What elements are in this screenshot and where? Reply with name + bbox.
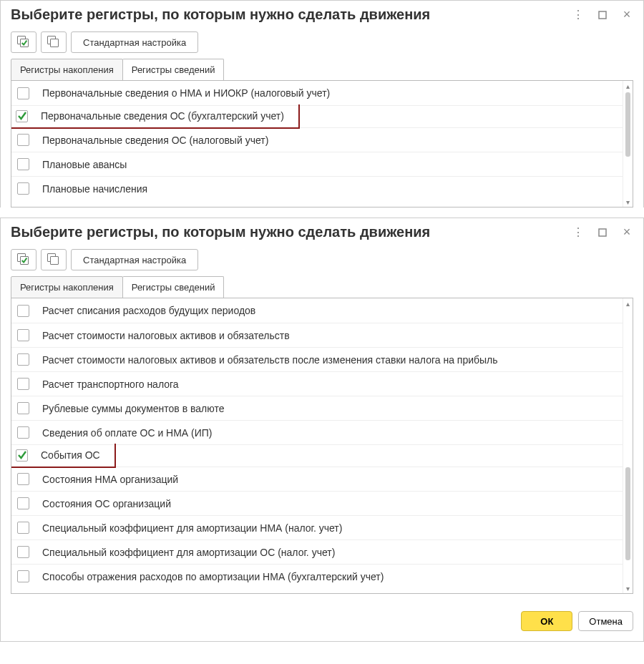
- row-label: Первоначальные сведения о НМА и НИОКР (н…: [42, 87, 330, 99]
- checkbox[interactable]: [17, 87, 29, 99]
- row-label: Состояния НМА организаций: [42, 474, 178, 485]
- window-header: Выберите регистры, по которым нужно сдел…: [1, 1, 643, 26]
- check-all-icon: [17, 253, 30, 266]
- tab-accum[interactable]: Регистры накопления: [11, 59, 123, 81]
- checkbox[interactable]: [17, 570, 29, 582]
- scrollbar[interactable]: ▴ ▾: [623, 81, 633, 207]
- row-label: Первоначальные сведения ОС (налоговый уч…: [42, 135, 268, 146]
- row-label: Расчет стоимости налоговых активов и обя…: [42, 330, 290, 341]
- dialog-select-registers-top: Выберите регистры, по которым нужно сдел…: [0, 0, 644, 208]
- check-all-icon: [17, 36, 30, 49]
- ok-button[interactable]: ОК: [521, 611, 572, 631]
- row-label: Расчет стоимости налоговых активов и обя…: [42, 354, 498, 366]
- checkbox[interactable]: [16, 110, 28, 122]
- tabbar: Регистры накопления Регистры сведений: [1, 276, 643, 298]
- scroll-thumb[interactable]: [625, 92, 630, 157]
- maximize-icon[interactable]: [596, 226, 609, 239]
- checkbox[interactable]: [17, 426, 29, 439]
- list-row[interactable]: Расчет транспортного налога: [11, 371, 623, 396]
- list-row[interactable]: Расчет стоимости налоговых активов и обя…: [11, 323, 623, 347]
- check-all-button[interactable]: [11, 31, 36, 53]
- register-list: Расчет списания расходов будущих периодо…: [11, 298, 633, 594]
- checkbox[interactable]: [17, 522, 29, 534]
- row-label: Состояния ОС организаций: [42, 498, 171, 509]
- list-row[interactable]: Расчет списания расходов будущих периодо…: [11, 298, 623, 323]
- tab-accum[interactable]: Регистры накопления: [11, 276, 123, 298]
- list-row[interactable]: Первоначальные сведения ОС (бухгалтерски…: [11, 104, 300, 129]
- list-row[interactable]: Плановые начисления: [11, 176, 623, 200]
- list-row[interactable]: Способы отражения расходов по амортизаци…: [11, 564, 623, 588]
- list-row[interactable]: Рублевые суммы документов в валюте: [11, 396, 623, 420]
- more-icon[interactable]: ⋮: [572, 226, 585, 239]
- checkbox[interactable]: [17, 473, 29, 485]
- dialog-footer: ОК Отмена: [1, 604, 643, 641]
- row-label: Специальный коэффициент для амортизации …: [42, 522, 342, 534]
- cancel-button[interactable]: Отмена: [578, 611, 633, 631]
- scrollbar[interactable]: ▴ ▾: [623, 298, 633, 593]
- list-row[interactable]: События ОС: [11, 444, 116, 468]
- checkbox[interactable]: [17, 353, 29, 366]
- window-title: Выберите регистры, по которым нужно сдел…: [11, 6, 572, 23]
- row-label: Плановые начисления: [42, 183, 147, 195]
- checkbox[interactable]: [17, 134, 29, 146]
- checkbox[interactable]: [17, 546, 29, 558]
- tabbar: Регистры накопления Регистры сведений: [1, 59, 643, 81]
- scroll-up-icon[interactable]: ▴: [623, 298, 633, 308]
- window-title: Выберите регистры, по которым нужно сдел…: [11, 224, 572, 240]
- standard-settings-button[interactable]: Стандартная настройка: [71, 249, 198, 270]
- checkbox[interactable]: [17, 497, 29, 509]
- scroll-thumb[interactable]: [625, 467, 630, 560]
- checkbox[interactable]: [17, 305, 29, 317]
- maximize-icon[interactable]: [596, 9, 609, 21]
- scroll-track[interactable]: [625, 92, 630, 195]
- list-row[interactable]: Первоначальные сведения о НМА и НИОКР (н…: [11, 81, 623, 105]
- check-all-button[interactable]: [11, 249, 36, 270]
- svg-rect-1: [599, 229, 606, 236]
- row-label: Первоначальные сведения ОС (бухгалтерски…: [41, 110, 284, 122]
- standard-settings-button[interactable]: Стандартная настройка: [71, 31, 198, 53]
- uncheck-all-icon: [47, 253, 60, 266]
- checkbox[interactable]: [17, 329, 29, 341]
- list-row[interactable]: Первоначальные сведения ОС (налоговый уч…: [11, 127, 623, 152]
- row-label: Способы отражения расходов по амортизаци…: [42, 571, 384, 582]
- window-controls: ⋮ ×: [572, 226, 633, 239]
- row-label: Расчет транспортного налога: [42, 379, 179, 390]
- row-label: Сведения об оплате ОС и НМА (ИП): [42, 427, 213, 439]
- scroll-track[interactable]: [625, 310, 630, 582]
- checkbox[interactable]: [17, 378, 29, 390]
- row-label: Специальный коэффициент для амортизации …: [42, 547, 335, 558]
- scroll-down-icon[interactable]: ▾: [623, 197, 633, 207]
- row-label: Рублевые суммы документов в валюте: [42, 403, 224, 414]
- more-icon[interactable]: ⋮: [572, 9, 585, 21]
- list-row[interactable]: Состояния НМА организаций: [11, 467, 623, 491]
- list-row[interactable]: Плановые авансы: [11, 152, 623, 176]
- close-icon[interactable]: ×: [620, 9, 633, 21]
- list-row[interactable]: Состояния ОС организаций: [11, 491, 623, 515]
- list-row[interactable]: Расчет стоимости налоговых активов и обя…: [11, 347, 623, 371]
- toolbar: Стандартная настройка: [1, 243, 643, 276]
- row-label: События ОС: [41, 449, 100, 461]
- svg-rect-0: [599, 11, 606, 19]
- window-controls: ⋮ ×: [572, 9, 633, 21]
- uncheck-all-button[interactable]: [41, 249, 67, 270]
- window-header: Выберите регистры, по которым нужно сдел…: [1, 218, 643, 243]
- tab-info[interactable]: Регистры сведений: [122, 276, 225, 298]
- checkbox[interactable]: [17, 158, 29, 170]
- row-label: Плановые авансы: [42, 159, 127, 170]
- checkbox[interactable]: [17, 182, 29, 195]
- list-row[interactable]: Специальный коэффициент для амортизации …: [11, 540, 623, 564]
- checkbox[interactable]: [17, 402, 29, 414]
- list-row[interactable]: Специальный коэффициент для амортизации …: [11, 515, 623, 540]
- standard-settings-label: Стандартная настройка: [83, 255, 186, 265]
- tab-info[interactable]: Регистры сведений: [122, 59, 225, 81]
- uncheck-all-icon: [47, 36, 60, 49]
- checkbox[interactable]: [16, 449, 28, 462]
- row-label: Расчет списания расходов будущих периодо…: [42, 305, 255, 316]
- list-row[interactable]: Сведения об оплате ОС и НМА (ИП): [11, 420, 623, 444]
- scroll-down-icon[interactable]: ▾: [623, 583, 633, 593]
- close-icon[interactable]: ×: [620, 226, 633, 239]
- uncheck-all-button[interactable]: [41, 31, 67, 53]
- dialog-select-registers-bottom: Выберите регистры, по которым нужно сдел…: [0, 218, 644, 642]
- standard-settings-label: Стандартная настройка: [83, 37, 186, 48]
- scroll-up-icon[interactable]: ▴: [623, 81, 633, 91]
